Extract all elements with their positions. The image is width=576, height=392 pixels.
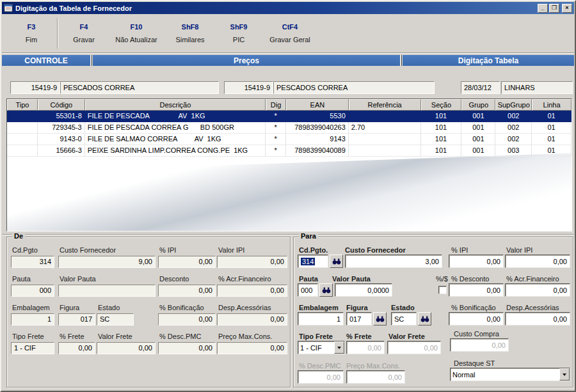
de-valor-frete-field: 0,00 — [97, 342, 156, 354]
table-row[interactable]: 9143-0 FILE DE SALMAO CORREA AV 1KG * 91… — [7, 134, 572, 145]
minimize-button[interactable]: _ — [538, 4, 548, 13]
section-divider — [2, 234, 574, 235]
fim-button[interactable]: F3 Fim — [7, 15, 56, 51]
section-bar: CONTROLE Preços Digitação Tabela — [2, 55, 574, 66]
para-perc-flag-label: %/$ — [436, 275, 448, 283]
cell-ean: 9143 — [286, 134, 349, 145]
de-acr-financeiro-field: 0,00 — [217, 285, 287, 297]
location-field: LINHARS — [501, 81, 573, 94]
dropdown-button[interactable] — [559, 368, 570, 380]
toolbar: F3 Fim F4 Gravar F10 Não Atualizar ShF8 … — [2, 15, 574, 51]
para-desconto-field[interactable]: 0,00 — [449, 283, 504, 297]
de-ipi-pct-label: % IPI — [159, 246, 176, 254]
gravar-button[interactable]: F4 Gravar — [60, 15, 108, 51]
para-pauta-field[interactable]: 000 — [298, 283, 318, 297]
column-header-secao[interactable]: Seção — [421, 99, 462, 111]
tipo-frete-dropdown[interactable]: 1 - CIF — [298, 341, 345, 354]
gravar-geral-button[interactable]: CtF4 Gravar Geral — [262, 15, 318, 51]
para-acr-financeiro-field[interactable]: 0,00 — [505, 283, 570, 297]
de-desp-acessorias-field: 0,00 — [217, 313, 287, 325]
column-header-referencia[interactable]: Referência — [349, 99, 421, 111]
gravar-label: Gravar — [73, 36, 95, 43]
column-header-ean[interactable]: EAN — [286, 99, 349, 111]
cell-grupo: 001 — [461, 145, 495, 157]
column-header-linha[interactable]: Linha — [532, 99, 572, 111]
para-bonificacao-field[interactable]: 0,00 — [449, 312, 504, 325]
cell-grupo: 001 — [461, 111, 495, 122]
cell-secao: 101 — [421, 145, 462, 157]
nao-atualizar-button[interactable]: F10 Não Atualizar — [108, 15, 164, 51]
cell-codigo: 15666-3 — [38, 145, 85, 157]
group-de: De Cd.Pgto Custo Fornecedor % IPI Valor … — [6, 237, 291, 388]
cell-grupo: 001 — [461, 122, 495, 134]
para-embalagem-field[interactable]: 1 — [298, 312, 344, 325]
para-ipi-pct-field[interactable]: 0,00 — [449, 255, 504, 268]
para-desc-pmc-label: % Desc.PMC — [299, 362, 340, 370]
column-header-supgrupo[interactable]: SupGrupo — [495, 99, 532, 111]
chevron-down-icon — [337, 347, 341, 349]
de-valor-pauta-label: Valor Pauta — [60, 275, 96, 283]
table-row[interactable]: 729345-3 FILE DE PESCADA CORREA G BD 500… — [7, 122, 572, 134]
column-header-descricao[interactable]: Descrição — [85, 99, 266, 111]
pauta-lookup-button[interactable] — [319, 283, 333, 297]
gravar-geral-label: Gravar Geral — [269, 36, 310, 43]
para-valor-pauta-field[interactable]: 0,0000 — [335, 283, 392, 297]
de-valor-ipi-field: 0,00 — [217, 256, 287, 268]
group-para: Para Cd.Pgto. Custo Fornecedor % IPI Val… — [293, 237, 573, 388]
destaque-st-dropdown[interactable]: Normal — [450, 368, 570, 381]
de-pauta-field: 000 — [11, 285, 54, 297]
app-window: Digitação da Tabela de Fornecedor _ ❐ × … — [0, 0, 576, 392]
cell-ean: 7898399040263 — [286, 122, 349, 134]
de-pauta-label: Pauta — [12, 275, 31, 283]
de-frete-pct-label: % Frete — [60, 333, 84, 340]
para-figura-field[interactable]: 017 — [346, 312, 372, 325]
cell-descricao: FILE DE SALMAO CORREA AV 1KG — [85, 134, 266, 145]
de-desp-acessorias-label: Desp.Acessórias — [218, 304, 271, 311]
column-header-tipo[interactable]: Tipo — [7, 99, 38, 111]
para-custo-compra-field: 0,00 — [450, 338, 509, 352]
de-figura-field: 017 — [58, 313, 95, 325]
cell-referencia — [349, 111, 421, 122]
table-row[interactable]: 15666-3 PEIXE SARDINHA LIMP.CORREA CONG.… — [7, 145, 572, 157]
para-estado-label: Estado — [391, 304, 415, 311]
similares-button[interactable]: ShF8 Similares — [164, 15, 216, 51]
de-cd-pgto-label: Cd.Pgto — [12, 246, 38, 254]
para-ipi-pct-label: % IPI — [451, 246, 468, 254]
column-header-grupo[interactable]: Grupo — [461, 99, 495, 111]
para-desp-acessorias-field[interactable]: 0,00 — [505, 312, 570, 325]
tab-controle[interactable]: CONTROLE — [2, 55, 90, 66]
para-preco-max-label: Preço Max.Cons. — [346, 362, 400, 370]
close-button[interactable]: × — [562, 4, 572, 13]
para-cd-pgto-field[interactable]: 314 — [298, 255, 328, 268]
supplier-code-field-2: 15419-9 — [224, 81, 273, 94]
para-custo-fornecedor-field[interactable]: 3,00 — [345, 255, 442, 268]
title-bar[interactable]: Digitação da Tabela de Fornecedor _ ❐ × — [2, 2, 574, 14]
para-desc-pmc-field: 0,00 — [298, 370, 344, 384]
de-tipo-frete-label: Tipo Frete — [12, 333, 44, 340]
tab-precos[interactable]: Preços — [93, 55, 400, 66]
cd-pgto-lookup-button[interactable] — [330, 255, 343, 268]
de-figura-label: Figura — [60, 304, 79, 311]
group-para-title: Para — [299, 232, 318, 240]
tab-digitacao-tabela[interactable]: Digitação Tabela — [403, 55, 574, 66]
para-valor-ipi-field[interactable]: 0,00 — [505, 255, 570, 268]
cell-ean: 5530 — [286, 111, 349, 122]
de-bonificacao-label: % Bonificação — [159, 304, 204, 311]
column-header-dig[interactable]: Dig — [266, 99, 286, 111]
table-row[interactable]: 55301-8 FILE DE PESCADA AV 1KG * 5530 10… — [7, 111, 572, 122]
pic-button[interactable]: ShF9 PIC — [216, 15, 262, 51]
supplier-name-field-2: PESCADOS CORREA — [273, 81, 435, 94]
para-estado-field[interactable]: SC — [391, 312, 417, 325]
toolbar-separator — [57, 18, 58, 49]
cell-codigo: 55301-8 — [38, 111, 85, 122]
cell-supgrupo: 002 — [495, 134, 532, 145]
column-header-codigo[interactable]: Código — [38, 99, 85, 111]
figura-lookup-button[interactable] — [373, 312, 387, 325]
maximize-button[interactable]: ❐ — [549, 4, 559, 13]
dropdown-button[interactable] — [334, 341, 344, 354]
de-preco-max-field: 0,00 — [217, 342, 287, 354]
estado-lookup-button[interactable] — [418, 312, 431, 325]
de-embalagem-label: Embalagem — [12, 304, 50, 311]
cell-supgrupo: 002 — [495, 111, 532, 122]
perc-flag-checkbox[interactable] — [438, 286, 447, 294]
